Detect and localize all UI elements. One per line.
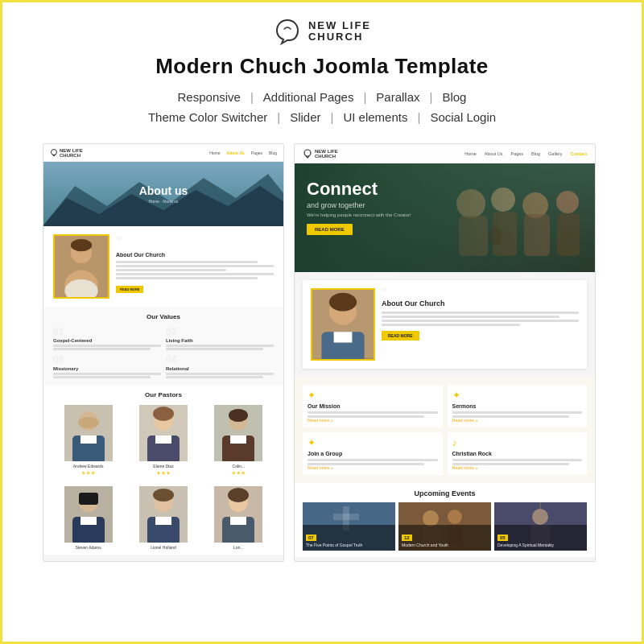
star-7 <box>232 471 236 475</box>
left-values-section: Our Values 01 Gospel-Centered 02 Living … <box>43 307 283 385</box>
main-title: Modern Chuch Joomla Template <box>155 54 489 79</box>
screenshot-right: NEW LIFECHURCH Home About Us Pages Blog … <box>294 143 596 562</box>
value-2-name: Living Faith <box>166 338 274 343</box>
right-card-lines <box>382 312 579 326</box>
logo-icon <box>273 17 302 46</box>
left-about-section: " About Our Church READ MORE <box>43 226 283 307</box>
pastor-1: Andrew Edwards <box>53 405 123 475</box>
svg-point-36 <box>228 488 249 502</box>
right-card-text: " About Our Church READ MORE <box>382 288 579 361</box>
pastor-3-stars <box>232 471 246 475</box>
svg-point-53 <box>329 293 357 312</box>
sl-5 <box>308 459 438 461</box>
value-2: 02 Living Faith <box>166 327 274 350</box>
service-2-link[interactable]: Read more » <box>452 418 583 423</box>
card-person-svg <box>312 290 374 359</box>
logo-text: NEW LIFE CHURCH <box>308 20 371 43</box>
text-line-2 <box>116 265 274 267</box>
vd-7 <box>166 373 274 375</box>
svg-rect-13 <box>80 436 97 444</box>
pastor-3-photo <box>214 405 262 461</box>
right-nav-items: Home About Us Pages Blog Gallery Contact <box>464 151 587 156</box>
pastor-4-name: Steven Adams <box>76 545 101 550</box>
value-4-num: 04 <box>166 355 274 365</box>
service-4-link[interactable]: Read more » <box>452 465 583 470</box>
nav-about: About Us <box>227 151 245 155</box>
svg-point-11 <box>78 417 99 428</box>
feature-theme-color: Theme Color Switcher <box>148 110 267 124</box>
svg-rect-28 <box>80 517 97 525</box>
cl-3 <box>382 320 579 322</box>
connect-cta[interactable]: READ MORE <box>307 224 353 235</box>
values-grid: 01 Gospel-Centered 02 Living Faith <box>53 327 274 378</box>
pastor-3-name: Colin... <box>233 464 246 469</box>
pastor-1-name: Andrew Edwards <box>73 464 104 469</box>
value-3-name: Missionary <box>53 366 161 371</box>
about-cta-btn[interactable]: READ MORE <box>116 286 143 293</box>
value-1-name: Gospel-Centered <box>53 338 161 343</box>
feature-additional-pages: Additional Pages <box>263 90 354 104</box>
feature-parallax: Parallax <box>376 90 419 104</box>
value-3-num: 03 <box>53 355 161 365</box>
connect-subtitle: and grow together <box>307 201 411 209</box>
svg-point-61 <box>423 510 439 526</box>
service-1-link[interactable]: Read more » <box>308 418 438 423</box>
pastor-2-svg <box>139 405 188 461</box>
service-3: ✦ Join a Group Read more » <box>303 432 443 475</box>
value-4: 04 Relational <box>166 355 274 378</box>
page-wrapper: NEW LIFE CHURCH Modern Chuch Joomla Temp… <box>0 0 644 644</box>
value-2-num: 02 <box>166 327 274 336</box>
svg-point-16 <box>153 407 174 421</box>
event-2-date: 12 <box>402 535 412 541</box>
star-4 <box>156 471 160 475</box>
value-4-name: Relational <box>166 366 274 371</box>
r-nav-contact: Contact <box>571 151 587 156</box>
pastor-1-svg <box>64 405 113 461</box>
card-read-more[interactable]: READ MORE <box>382 331 419 341</box>
connect-title: Connect <box>307 180 411 199</box>
nav-home: Home <box>209 151 220 155</box>
right-services-section: ✦ Our Mission Read more » ✦ Sermons <box>295 377 595 483</box>
event-3-name: Developing A Spiritual Mentality <box>497 543 584 547</box>
pastor-4-photo <box>64 486 113 543</box>
left-pastors-section: Our Pastors Andr <box>43 385 283 481</box>
value-1-num: 01 <box>53 327 161 336</box>
screenshot-left: NEW LIFECHURCH Home About Us Pages Blog <box>43 143 284 562</box>
text-line-5 <box>116 277 258 279</box>
vd-2 <box>53 348 151 350</box>
value-1: 01 Gospel-Centered <box>53 327 161 350</box>
sep-3: | <box>430 90 433 104</box>
values-title: Our Values <box>53 313 274 320</box>
card-person-photo <box>311 288 375 361</box>
right-events-section: Upcoming Events <box>295 483 595 557</box>
group-icon: ✦ <box>308 437 438 448</box>
star-6 <box>166 471 170 475</box>
vd-8 <box>166 376 263 378</box>
service-1: ✦ Our Mission Read more » <box>303 385 443 427</box>
pastor-4: Steven Adams <box>53 486 123 550</box>
svg-rect-26 <box>79 493 98 505</box>
feature-blog: Blog <box>442 90 466 104</box>
card-quote-mark: " <box>382 288 579 299</box>
r-nav-about: About Us <box>485 151 503 156</box>
r-nav-home: Home <box>464 151 477 156</box>
star-2 <box>86 471 90 475</box>
vd-4 <box>166 348 263 350</box>
right-about-card: " About Our Church READ MORE <box>303 280 587 369</box>
pastor-4-svg <box>64 486 113 543</box>
svg-point-21 <box>229 409 248 422</box>
service-4-title: Christian Rock <box>452 451 583 456</box>
connect-desc: We're helping people reconnect with the … <box>307 213 411 217</box>
vd-1 <box>53 345 161 347</box>
service-3-lines <box>308 459 438 465</box>
logo-new-life: NEW LIFE <box>308 20 371 31</box>
left-nav-logo: NEW LIFECHURCH <box>50 148 83 158</box>
value-2-desc <box>166 345 274 350</box>
r-nav-gallery: Gallery <box>548 151 562 156</box>
services-grid: ✦ Our Mission Read more » ✦ Sermons <box>303 385 587 475</box>
svg-point-6 <box>71 239 92 251</box>
service-3-link[interactable]: Read more » <box>308 465 438 470</box>
logo-church: CHURCH <box>308 31 371 43</box>
logo-area: NEW LIFE CHURCH <box>273 17 371 46</box>
event-1-date: 07 <box>306 535 316 541</box>
